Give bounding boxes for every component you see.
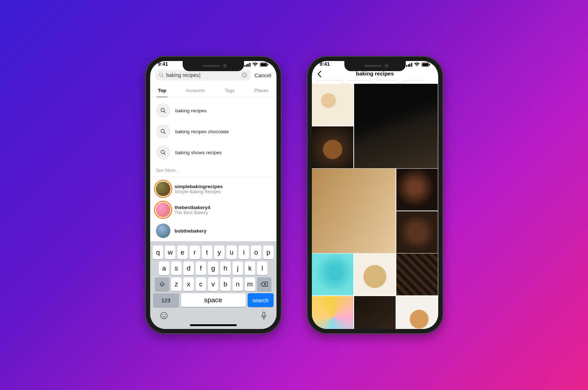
grid-thumbnail[interactable] [396, 169, 438, 211]
key-backspace[interactable] [257, 277, 271, 291]
results-title: baking recipes [356, 70, 394, 77]
screen-search: 9:41 baking recipes ✕ Cancel Top Account… [150, 61, 276, 329]
clear-search-icon[interactable]: ✕ [241, 72, 247, 78]
chip-batter[interactable]: batter [375, 80, 400, 84]
key-n[interactable]: n [232, 277, 243, 291]
key-i[interactable]: i [239, 246, 249, 259]
key-c[interactable]: c [196, 277, 206, 291]
key-q[interactable]: q [153, 246, 163, 259]
battery-icon [422, 62, 430, 67]
see-more-link[interactable]: See More... [150, 164, 276, 177]
status-time: 9:41 [320, 61, 330, 67]
key-p[interactable]: p [263, 246, 274, 259]
search-icon [156, 124, 170, 139]
svg-point-11 [161, 312, 167, 319]
grid-thumbnail[interactable] [396, 296, 438, 329]
svg-rect-14 [263, 312, 265, 316]
account-row[interactable]: thebestbakery4 The Best Bakery [150, 199, 276, 220]
filter-chips: dessert cookie batter cake [312, 80, 438, 84]
svg-line-6 [164, 111, 165, 113]
grid-thumbnail[interactable] [396, 211, 438, 253]
key-y[interactable]: y [214, 246, 225, 259]
search-suggestions: baking recipes baking recipes chocolate … [150, 97, 276, 164]
svg-line-4 [162, 76, 163, 77]
key-a[interactable]: a [159, 261, 169, 275]
search-icon [159, 73, 164, 78]
account-row[interactable]: simplebakingrecipes Simple Baking Recipe… [150, 178, 276, 199]
avatar [156, 182, 170, 196]
key-u[interactable]: u [226, 246, 237, 259]
emoji-icon[interactable] [160, 311, 168, 322]
svg-point-12 [162, 315, 163, 315]
grid-thumbnail[interactable] [396, 254, 438, 295]
suggestion-text: baking shows recipes [175, 150, 222, 155]
key-l[interactable]: l [257, 261, 267, 275]
grid-thumbnail[interactable] [354, 296, 396, 329]
screen-results: 9:41 baking recipes dessert cookie batte… [312, 61, 438, 329]
key-v[interactable]: v [208, 277, 218, 291]
tab-tags[interactable]: Tags [223, 84, 236, 97]
tab-places[interactable]: Places [253, 84, 270, 97]
account-displayname: The Best Bakery [175, 210, 210, 215]
grid-thumbnail[interactable] [354, 84, 438, 168]
key-search[interactable]: search [248, 293, 274, 307]
wifi-icon [414, 62, 420, 67]
grid-thumbnail[interactable] [312, 126, 354, 168]
key-k[interactable]: k [245, 261, 255, 275]
avatar [156, 224, 170, 238]
svg-line-8 [164, 132, 165, 134]
key-t[interactable]: t [202, 246, 212, 259]
svg-line-10 [164, 153, 165, 155]
ios-keyboard[interactable]: q w e r t y u i o p a s d f g h j k l z [150, 241, 276, 329]
key-r[interactable]: r [190, 246, 200, 259]
backspace-icon [261, 282, 268, 287]
key-e[interactable]: e [177, 246, 188, 259]
key-d[interactable]: d [183, 261, 194, 275]
back-icon[interactable] [317, 70, 322, 80]
chip-cake[interactable]: cake [402, 80, 424, 84]
shift-icon [159, 281, 165, 287]
account-row[interactable]: bobthebakery [150, 220, 276, 241]
search-icon [156, 103, 170, 118]
chip-dessert[interactable]: dessert [316, 80, 344, 84]
suggestion-text: baking recipes chocolate [175, 129, 229, 134]
tab-top[interactable]: Top [157, 84, 168, 97]
key-s[interactable]: s [171, 261, 182, 275]
notch [183, 61, 244, 71]
key-b[interactable]: b [220, 277, 231, 291]
key-m[interactable]: m [245, 277, 255, 291]
key-shift[interactable] [155, 277, 169, 291]
wifi-icon [252, 62, 258, 67]
svg-rect-1 [261, 63, 267, 66]
suggestion-row[interactable]: baking shows recipes [150, 142, 276, 163]
key-w[interactable]: w [165, 246, 175, 259]
key-z[interactable]: z [171, 277, 182, 291]
key-space[interactable]: space [181, 293, 245, 307]
key-h[interactable]: h [220, 261, 231, 275]
grid-thumbnail[interactable] [312, 84, 354, 126]
key-g[interactable]: g [208, 261, 218, 275]
suggestion-row[interactable]: baking recipes chocolate [150, 121, 276, 142]
account-displayname: Simple Baking Recipes [175, 189, 223, 194]
key-f[interactable]: f [196, 261, 206, 275]
phone-left: 9:41 baking recipes ✕ Cancel Top Account… [145, 56, 282, 334]
home-indicator[interactable] [190, 324, 237, 326]
suggestion-row[interactable]: baking recipes [150, 100, 276, 121]
grid-thumbnail[interactable] [312, 169, 396, 253]
key-numbers[interactable]: 123 [153, 293, 179, 307]
grid-thumbnail[interactable] [312, 254, 354, 295]
key-x[interactable]: x [183, 277, 194, 291]
search-input[interactable]: baking recipes ✕ [155, 70, 251, 81]
svg-rect-2 [267, 64, 268, 66]
grid-thumbnail[interactable] [312, 296, 354, 329]
tab-accounts[interactable]: Accounts [184, 84, 206, 97]
account-username: bobthebakery [175, 228, 207, 234]
battery-icon [260, 62, 269, 67]
dictation-icon[interactable] [261, 311, 267, 322]
cancel-button[interactable]: Cancel [254, 72, 271, 78]
key-j[interactable]: j [232, 261, 243, 275]
grid-thumbnail[interactable] [354, 254, 396, 295]
key-o[interactable]: o [251, 246, 261, 259]
chip-cookie[interactable]: cookie [347, 80, 373, 84]
account-suggestions: simplebakingrecipes Simple Baking Recipe… [150, 177, 276, 241]
